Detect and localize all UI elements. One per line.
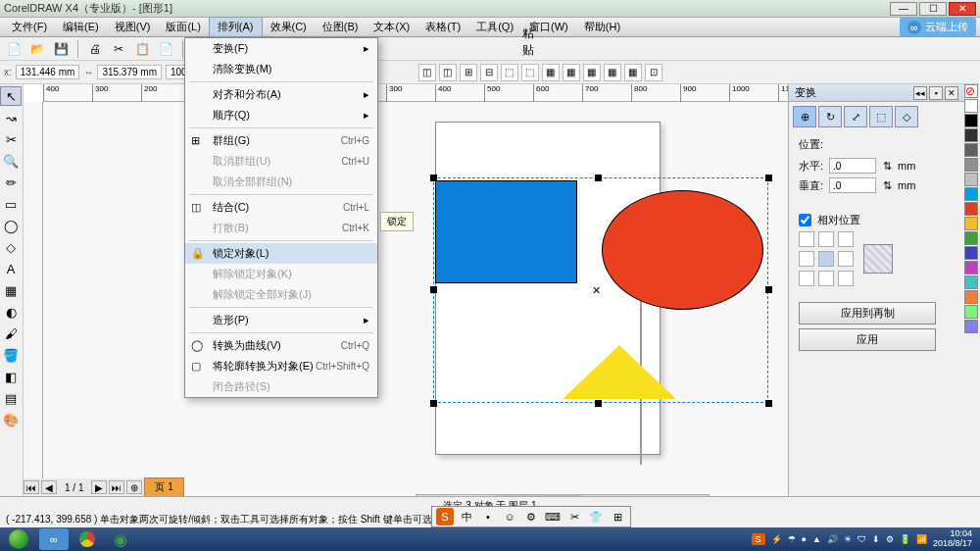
relative-checkbox[interactable] (799, 214, 811, 226)
selection-handle[interactable] (765, 400, 772, 407)
swatch-8[interactable] (964, 217, 978, 230)
tab-size[interactable]: ⬚ (869, 106, 893, 127)
tool-4[interactable]: ✏ (0, 173, 22, 192)
swatch-6[interactable] (964, 187, 978, 201)
tool-3[interactable]: 🔍 (0, 151, 22, 171)
swatch-12[interactable] (964, 276, 978, 289)
ime-button-3[interactable]: ☺ (501, 508, 518, 526)
selection-handle[interactable] (595, 175, 602, 181)
menu-item-17[interactable]: 造形(P)▸ (185, 310, 377, 330)
swatch-none[interactable]: ⊘ (964, 84, 978, 98)
swatch-3[interactable] (964, 143, 978, 157)
toolbar-button-0[interactable]: 📄 (4, 39, 24, 59)
ime-button-5[interactable]: ⌨ (544, 508, 562, 526)
menu-0[interactable]: 文件(F) (4, 18, 55, 36)
tool-14[interactable]: ▤ (0, 388, 22, 408)
tool-8[interactable]: A (0, 259, 22, 278)
menu-11[interactable]: 帮助(H) (576, 18, 628, 36)
menu-1[interactable]: 编辑(E) (55, 18, 107, 36)
docker-close-button[interactable]: ✕ (945, 86, 958, 100)
menu-5[interactable]: 效果(C) (263, 18, 315, 36)
docker-collapse-button[interactable]: ◂◂ (913, 86, 927, 100)
swatch-11[interactable] (964, 261, 978, 275)
tool-0[interactable]: ↖ (0, 86, 22, 106)
prop-button-11[interactable]: ⊡ (645, 64, 662, 81)
swatch-1[interactable] (964, 114, 978, 127)
taskbar-app-coreldraw[interactable]: ◉ (106, 528, 135, 550)
selection-handle[interactable] (430, 400, 437, 407)
menu-3[interactable]: 版面(L) (158, 18, 208, 36)
toolbar-button-3[interactable]: 🖨 (85, 39, 105, 59)
toolbar-button-2[interactable]: 💾 (51, 39, 71, 59)
selection-handle[interactable] (430, 175, 437, 181)
toolbar-button-6[interactable]: 📄 (156, 39, 175, 59)
ime-toolbar[interactable]: S中•☺⚙⌨✂👕⊞ (431, 506, 631, 527)
swatch-13[interactable] (964, 290, 978, 304)
menu-item-10[interactable]: ◫结合(C)Ctrl+L (185, 197, 377, 218)
prop-button-6[interactable]: ▦ (542, 64, 560, 81)
toolbar-button-1[interactable]: 📂 (27, 39, 47, 59)
swatch-0[interactable] (964, 99, 978, 113)
paste-button[interactable]: 粘贴 ▾ (518, 39, 538, 59)
tab-scale[interactable]: ⤢ (844, 106, 867, 127)
swatch-14[interactable] (964, 305, 978, 319)
tool-11[interactable]: 🖌 (0, 324, 22, 343)
maximize-button[interactable]: ☐ (919, 2, 947, 16)
size-w[interactable]: 315.379 mm (97, 65, 162, 79)
taskbar-clock[interactable]: 10:04 2018/8/17 (933, 529, 972, 549)
menu-4[interactable]: 排列(A) (209, 17, 263, 37)
tool-15[interactable]: 🎨 (0, 410, 22, 429)
ime-button-8[interactable]: ⊞ (609, 508, 626, 526)
menu-7[interactable]: 文本(X) (366, 18, 417, 36)
pos-x[interactable]: 131.446 mm (16, 65, 80, 79)
ime-button-2[interactable]: • (479, 508, 497, 526)
swatch-9[interactable] (964, 231, 978, 245)
tab-position[interactable]: ⊕ (793, 106, 816, 127)
swatch-15[interactable] (964, 320, 978, 333)
ime-button-1[interactable]: 中 (458, 508, 475, 526)
tab-skew[interactable]: ◇ (895, 106, 918, 127)
tool-7[interactable]: ◇ (0, 237, 22, 257)
page-last-button[interactable]: ⏭ (109, 480, 124, 494)
minimize-button[interactable]: — (890, 2, 917, 16)
prop-button-5[interactable]: ⬚ (521, 64, 539, 81)
position-h-input[interactable] (829, 158, 876, 174)
menu-9[interactable]: 工具(Q) (468, 18, 521, 36)
close-button[interactable]: ✕ (949, 2, 976, 16)
prop-button-7[interactable]: ▦ (563, 64, 580, 81)
docker-header[interactable]: 变换 ◂◂ ▪ ✕ (789, 84, 964, 102)
swatch-5[interactable] (964, 173, 978, 186)
prop-button-10[interactable]: ▦ (624, 64, 642, 81)
taskbar-app-chrome[interactable] (73, 528, 102, 550)
start-button[interactable] (0, 527, 37, 551)
ime-button-7[interactable]: 👕 (587, 508, 605, 526)
tool-6[interactable]: ◯ (0, 216, 22, 235)
menu-8[interactable]: 表格(T) (417, 18, 468, 36)
tool-10[interactable]: ◐ (0, 302, 22, 322)
apply-button[interactable]: 应用 (799, 328, 936, 351)
swatch-7[interactable] (964, 202, 978, 216)
apply-to-duplicate-button[interactable]: 应用到再制 (799, 302, 936, 325)
cloud-upload-button[interactable]: ∞云端上传 (900, 18, 976, 36)
canvas-area[interactable]: 4003002001000100200300400500600700800900… (24, 84, 788, 527)
docker-menu-button[interactable]: ▪ (929, 86, 943, 100)
tool-13[interactable]: ◧ (0, 367, 22, 386)
tab-rotate[interactable]: ↻ (818, 106, 842, 127)
prop-button-1[interactable]: ◫ (439, 64, 457, 81)
ime-button-4[interactable]: ⚙ (522, 508, 540, 526)
position-v-input[interactable] (829, 177, 876, 193)
prop-button-9[interactable]: ▦ (604, 64, 621, 81)
menu-item-6[interactable]: ⊞群组(G)Ctrl+G (185, 130, 377, 151)
swatch-10[interactable] (964, 246, 978, 260)
swatch-2[interactable] (964, 128, 978, 142)
page-first-button[interactable]: ⏮ (24, 480, 39, 494)
prop-button-3[interactable]: ⊟ (480, 64, 498, 81)
selection-handle[interactable] (430, 286, 437, 293)
prop-button-8[interactable]: ▦ (583, 64, 601, 81)
tool-2[interactable]: ✂ (0, 129, 22, 149)
taskbar-app-cloud[interactable]: ∞ (39, 528, 69, 550)
page-add-button[interactable]: ⊕ (126, 480, 142, 494)
page-tab-1[interactable]: 页 1 (144, 477, 183, 497)
menu-item-13[interactable]: 🔒锁定对象(L) (185, 243, 377, 264)
prop-button-4[interactable]: ⬚ (501, 64, 518, 81)
